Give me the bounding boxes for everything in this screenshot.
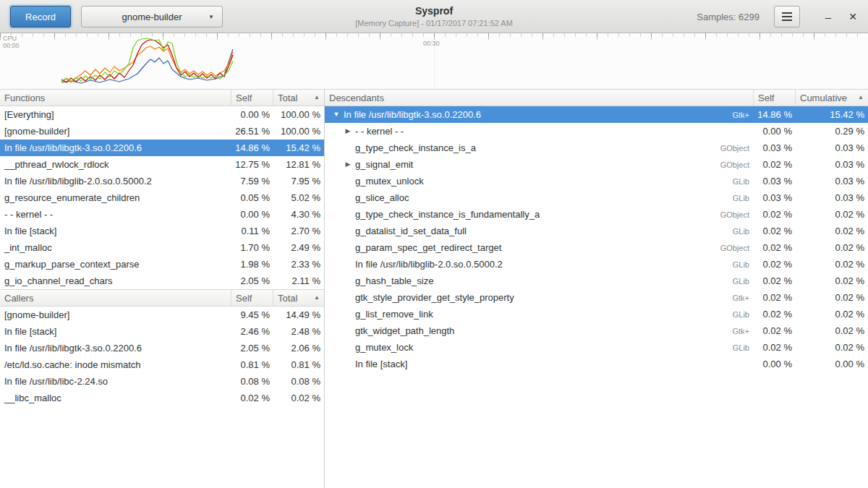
total-percent: 15.42 % [273,142,324,153]
callers-header-label: Callers [4,293,33,304]
total-percent: 14.49 % [273,309,324,320]
table-row[interactable]: In file [stack]0.00 %0.00 % [325,356,868,372]
table-row[interactable]: In file /usr/lib/libglib-2.0.so.0.5000.2… [325,256,868,273]
descendants-self-column-header[interactable]: Self [754,90,796,106]
table-row[interactable]: In file [stack]2.46 %2.48 % [0,323,324,340]
window-subtitle: [Memory Capture] - 01/17/2017 07:21:52 A… [217,19,651,27]
table-row[interactable]: In file /usr/lib/libgtk-3.so.0.2200.62.0… [0,340,324,356]
table-row[interactable]: g_resource_enumerate_children0.05 %5.02 … [0,189,324,206]
self-percent: 0.02 % [754,242,796,253]
self-percent: 0.08 % [231,376,273,387]
function-name: - - kernel - - [354,126,703,137]
callers-self-column-header[interactable]: Self [231,290,273,306]
callers-total-column-header[interactable]: Total ▲ [273,290,324,306]
table-row[interactable]: [gnome-builder]9.45 %14.49 % [0,307,324,323]
table-row[interactable]: /etc/ld.so.cache: inode mismatch0.81 %0.… [0,356,324,373]
function-name: In file [stack] [0,326,231,337]
function-name: In file /usr/lib/libc-2.24.so [0,376,231,387]
descendants-header-row: Descendants Self Cumulative ▲ [325,89,868,106]
functions-self-column-header[interactable]: Self [231,90,273,106]
table-row[interactable]: [gnome-builder]26.51 %100.00 % [0,123,324,140]
expander-open-icon[interactable]: ▼ [331,106,342,123]
table-row[interactable]: g_param_spec_get_redirect_targetGObject0… [325,239,868,256]
total-percent: 2.11 % [273,275,324,286]
minimize-button[interactable]: – [819,8,838,25]
expander-closed-icon[interactable]: ▶ [342,123,354,140]
table-row[interactable]: g_hash_table_sizeGLib0.02 %0.02 % [325,273,868,289]
callers-table: [gnome-builder]9.45 %14.49 %In file [sta… [0,307,324,406]
self-percent: 0.00 % [231,209,273,220]
menu-button[interactable] [774,6,800,27]
self-percent: 0.81 % [231,359,273,370]
total-percent: 0.08 % [273,376,324,387]
function-name: __libc_malloc [0,393,231,403]
cpu-label: CPU [3,35,17,42]
table-row[interactable]: g_slice_allocGLib0.03 %0.03 % [325,189,868,206]
functions-total-column-header[interactable]: Total ▲ [273,90,324,106]
table-row[interactable]: g_io_channel_read_chars2.05 %2.11 % [0,273,324,289]
profile-target-dropdown[interactable]: gnome-builder ▼ [81,6,223,27]
self-percent: 14.86 % [754,109,796,120]
table-row[interactable]: - - kernel - -0.00 %4.30 % [0,206,324,223]
functions-header-label: Functions [4,93,45,103]
callers-column-header[interactable]: Callers [0,290,231,306]
table-row[interactable]: g_markup_parse_context_parse1.98 %2.33 % [0,256,324,273]
table-row[interactable]: In file [stack]0.11 %2.70 % [0,223,324,239]
left-panel: Functions Self Total ▲ [Everything]0.00 … [0,89,325,488]
callers-header-row: Callers Self Total ▲ [0,289,324,307]
record-button[interactable]: Record [10,6,71,27]
table-row[interactable]: __pthread_rwlock_rdlock12.75 %12.81 % [0,156,324,173]
library-tag: GLib [703,260,754,269]
self-percent: 7.59 % [231,176,273,187]
function-name: In file /usr/lib/libglib-2.0.so.0.5000.2 [354,259,703,270]
table-row[interactable]: In file /usr/lib/libglib-2.0.so.0.5000.2… [0,173,324,189]
function-name: In file /usr/lib/libgtk-3.so.0.2200.6 [342,109,703,120]
table-row[interactable]: g_mutex_lockGLib0.02 %0.02 % [325,339,868,356]
function-name: g_list_remove_link [354,309,703,320]
library-tag: GObject [703,144,754,153]
table-row[interactable]: ▶- - kernel - -0.00 %0.29 % [325,123,868,140]
table-row[interactable]: g_list_remove_linkGLib0.02 %0.02 % [325,306,868,322]
library-tag: GLib [703,277,754,286]
library-tag: Gtk+ [703,294,754,302]
cumulative-percent: 0.02 % [796,309,868,320]
table-row[interactable]: _int_malloc1.70 %2.49 % [0,239,324,256]
total-percent: 2.70 % [273,226,324,236]
cumulative-percent: 0.03 % [796,142,868,153]
function-name: gtk_widget_path_length [354,325,703,336]
cpu-timeline[interactable]: CPU 00:00 00:30 [0,33,868,89]
table-row[interactable]: gtk_style_provider_get_style_propertyGtk… [325,289,868,306]
self-percent: 12.75 % [231,159,273,170]
table-row[interactable]: gtk_widget_path_lengthGtk+0.02 %0.02 % [325,322,868,339]
self-percent: 0.03 % [754,192,796,203]
functions-column-header[interactable]: Functions [0,90,231,106]
self-percent: 1.70 % [231,242,273,253]
table-row[interactable]: ▼In file /usr/lib/libgtk-3.so.0.2200.6Gt… [325,106,868,123]
descendants-column-header[interactable]: Descendants [325,90,754,106]
self-percent: 0.02 % [754,292,796,303]
window-title: Sysprof [217,5,651,17]
function-name: g_type_check_instance_is_fundamentally_a [354,209,703,220]
table-row[interactable]: g_datalist_id_set_data_fullGLib0.02 %0.0… [325,223,868,239]
table-row[interactable]: In file /usr/lib/libc-2.24.so0.08 %0.08 … [0,373,324,390]
table-row[interactable]: g_type_check_instance_is_fundamentally_a… [325,206,868,223]
total-percent: 100.00 % [273,109,324,120]
library-tag: GObject [703,210,754,219]
self-percent: 2.05 % [231,343,273,354]
expander-closed-icon[interactable]: ▶ [342,156,354,173]
close-button[interactable]: ✕ [843,8,862,25]
library-tag: GObject [703,160,754,169]
descendants-cumulative-column-header[interactable]: Cumulative ▲ [796,90,868,106]
table-row[interactable]: ▶g_signal_emitGObject0.02 %0.03 % [325,156,868,173]
record-button-label: Record [25,12,56,22]
library-tag: GLib [703,227,754,236]
table-row[interactable]: [Everything]0.00 %100.00 % [0,106,324,123]
table-row[interactable]: In file /usr/lib/libgtk-3.so.0.2200.614.… [0,140,324,156]
self-percent: 0.02 % [231,393,273,403]
table-row[interactable]: __libc_malloc0.02 %0.02 % [0,390,324,406]
table-row[interactable]: g_type_check_instance_is_aGObject0.03 %0… [325,140,868,156]
function-name: In file /usr/lib/libgtk-3.so.0.2200.6 [0,142,231,153]
sort-indicator-icon: ▲ [314,295,320,301]
table-row[interactable]: g_mutex_unlockGLib0.03 %0.03 % [325,173,868,189]
function-name: In file /usr/lib/libglib-2.0.so.0.5000.2 [0,176,231,187]
